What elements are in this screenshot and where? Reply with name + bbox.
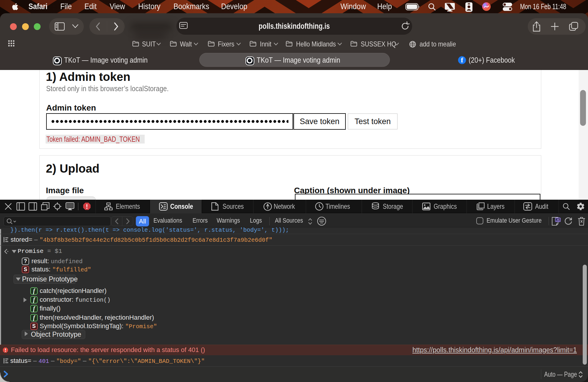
svg-text:JS: JS (556, 218, 560, 222)
